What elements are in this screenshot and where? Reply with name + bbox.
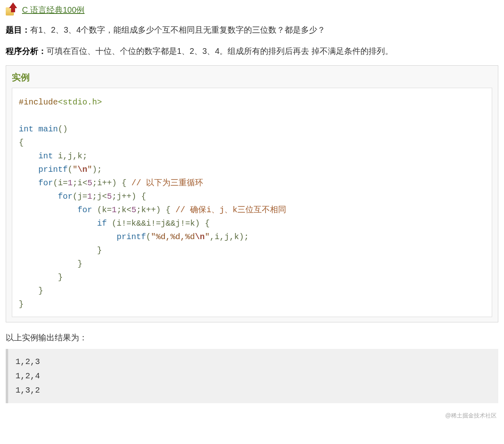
token-brace: {: [19, 138, 24, 147]
analysis-paragraph: 程序分析：可填在百位、十位、个位的数字都是1、2、3、4。组成所有的排列后再去 …: [6, 44, 498, 58]
token-keyword: int: [19, 124, 33, 134]
token-header: <stdio.h>: [58, 98, 102, 107]
output-block: 1,2,3 1,2,4 1,3,2: [6, 349, 498, 403]
token-comment: // 以下为三重循环: [131, 178, 203, 188]
token-function: main: [38, 124, 58, 134]
token-comment: // 确保i、j、k三位互不相同: [175, 205, 286, 215]
token-paren: (): [58, 124, 68, 134]
analysis-text: 可填在百位、十位、个位的数字都是1、2、3、4。组成所有的排列后再去 掉不满足条…: [46, 47, 393, 56]
breadcrumb-link[interactable]: C 语言经典100例: [22, 4, 84, 16]
token-keyword: int: [38, 151, 53, 161]
token-function: printf: [38, 165, 68, 174]
question-label: 题目：: [6, 25, 30, 34]
token-preproc: #include: [19, 98, 58, 107]
output-label: 以上实例输出结果为：: [6, 332, 498, 343]
question-text: 有1、2、3、4个数字，能组成多少个互不相同且无重复数字的三位数？都是多少？: [30, 25, 326, 34]
code-block: #include<stdio.h> int main() { int i,j,k…: [12, 88, 492, 317]
up-folder-icon: [6, 4, 17, 16]
example-title: 实例: [12, 71, 492, 84]
analysis-label: 程序分析：: [6, 47, 46, 56]
breadcrumb: C 语言经典100例: [6, 4, 498, 16]
example-box: 实例 #include<stdio.h> int main() { int i,…: [6, 65, 498, 322]
token-ident: i: [58, 151, 63, 161]
question-paragraph: 题目：有1、2、3、4个数字，能组成多少个互不相同且无重复数字的三位数？都是多少…: [6, 23, 498, 37]
